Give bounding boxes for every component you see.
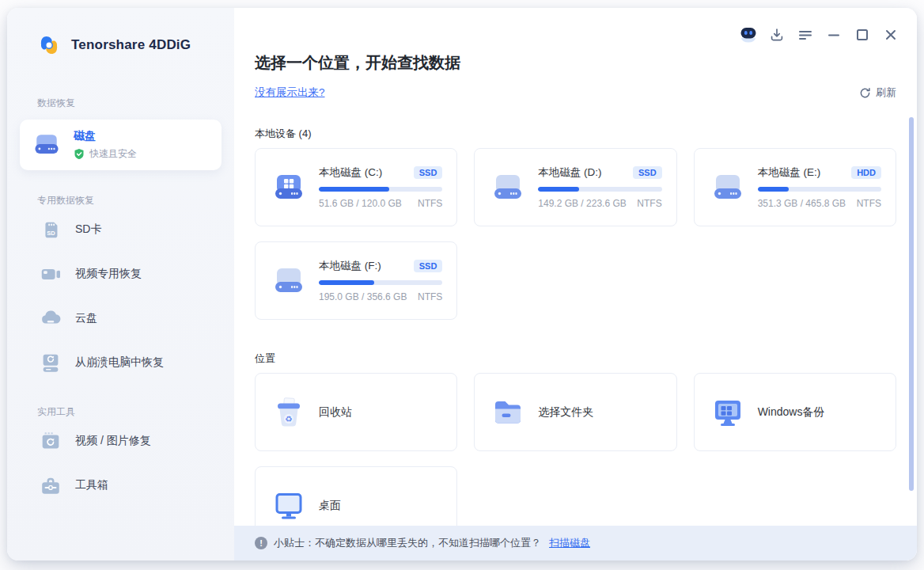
- disk-name: 本地磁盘 (D:): [538, 165, 601, 180]
- video-camera-icon: [39, 262, 62, 286]
- sidebar-item-cloud-drive[interactable]: 云盘: [7, 296, 234, 340]
- hard-drive-icon: [271, 264, 306, 298]
- sidebar-item-toolbox[interactable]: 工具箱: [7, 463, 234, 507]
- sidebar-item-video-recovery[interactable]: 视频专用恢复: [7, 252, 234, 296]
- sidebar-item-label: 视频专用恢复: [75, 267, 142, 281]
- location-label: 回收站: [319, 405, 352, 420]
- sidebar-item-disk[interactable]: 磁盘 快速且安全: [20, 120, 222, 170]
- app-logo-icon: [36, 32, 62, 59]
- disk-filesystem: NTFS: [857, 198, 881, 209]
- disk-filesystem: NTFS: [637, 198, 661, 209]
- app-window: Tenorshare 4DDiG 数据恢复 磁盘: [7, 8, 917, 560]
- sidebar-item-disk-label: 磁盘: [74, 129, 137, 143]
- disk-usage-text: 51.6 GB / 120.0 GB: [319, 198, 402, 209]
- disk-name: 本地磁盘 (E:): [758, 165, 821, 180]
- not-shown-link[interactable]: 没有展示出来?: [255, 86, 325, 100]
- disk-name: 本地磁盘 (C:): [319, 165, 382, 180]
- disk-type-badge: HDD: [851, 166, 881, 179]
- local-devices-label: 本地设备 (4): [255, 127, 896, 141]
- refresh-button[interactable]: 刷新: [859, 86, 896, 100]
- locations-label: 位置: [255, 352, 896, 366]
- location-label: Windows备份: [758, 405, 825, 420]
- sidebar-item-label: 工具箱: [75, 478, 108, 492]
- sidebar-item-label: 云盘: [75, 311, 97, 325]
- desktop-icon: [271, 488, 306, 523]
- page-title: 选择一个位置，开始查找数据: [255, 52, 896, 74]
- folder-icon: [490, 395, 525, 430]
- location-card-windows-backup[interactable]: Windows备份: [694, 373, 896, 451]
- location-label: 选择文件夹: [538, 405, 593, 420]
- disk-name: 本地磁盘 (F:): [319, 259, 381, 273]
- disk-type-badge: SSD: [414, 260, 443, 272]
- disk-filesystem: NTFS: [418, 198, 442, 209]
- hard-drive-icon: [271, 170, 306, 205]
- sidebar-item-disk-sublabel: 快速且安全: [89, 147, 137, 161]
- scrollbar[interactable]: [909, 117, 914, 491]
- recycle-bin-icon: ♻: [271, 395, 306, 430]
- hard-drive-icon: [490, 170, 525, 205]
- sidebar: Tenorshare 4DDiG 数据恢复 磁盘: [7, 8, 234, 560]
- shield-check-icon: [74, 148, 85, 160]
- info-icon: !: [255, 537, 267, 549]
- sidebar-item-video-photo-repair[interactable]: 视频 / 图片修复: [7, 419, 234, 463]
- disk-type-badge: SSD: [633, 166, 662, 179]
- minimize-button[interactable]: [824, 25, 844, 44]
- disk-usage-text: 149.2 GB / 223.6 GB: [538, 198, 626, 209]
- disk-card-c[interactable]: 本地磁盘 (C:) SSD 51.6 GB / 120.0 GB NTFS: [255, 148, 457, 226]
- sidebar-item-label: SD卡: [75, 222, 101, 237]
- sidebar-item-sd-card[interactable]: SD SD卡: [7, 207, 234, 252]
- disk-usage-text: 195.0 GB / 356.6 GB: [319, 291, 407, 302]
- sidebar-item-crashed-pc-recovery[interactable]: 从崩溃电脑中恢复: [7, 340, 234, 385]
- location-card-choose-folder[interactable]: 选择文件夹: [474, 373, 676, 451]
- crashed-computer-icon: [39, 351, 62, 374]
- disk-usage-bar: [758, 187, 881, 192]
- window-controls: [738, 25, 901, 44]
- maximize-button[interactable]: [852, 25, 873, 44]
- sidebar-section-data-recovery: 数据恢复: [7, 97, 234, 110]
- svg-text:♻: ♻: [285, 414, 292, 424]
- refresh-label: 刷新: [876, 86, 896, 100]
- windows-backup-icon: [710, 395, 745, 430]
- media-repair-icon: [39, 429, 62, 453]
- location-label: 桌面: [319, 499, 341, 513]
- sidebar-section-special-recovery: 专用数据恢复: [7, 194, 234, 207]
- assistant-bot-button[interactable]: [738, 25, 759, 44]
- refresh-icon: [859, 87, 871, 99]
- local-devices-grid: 本地磁盘 (C:) SSD 51.6 GB / 120.0 GB NTFS: [255, 148, 896, 320]
- disk-card-e[interactable]: 本地磁盘 (E:) HDD 351.3 GB / 465.8 GB NTFS: [694, 148, 896, 226]
- hard-drive-icon: [710, 170, 745, 205]
- disk-usage-bar: [538, 187, 661, 192]
- locations-grid: ♻ 回收站 选择文件夹: [255, 373, 896, 545]
- main-panel: 选择一个位置，开始查找数据 没有展示出来? 刷新 本地设备 (4): [234, 8, 917, 560]
- menu-icon[interactable]: [795, 25, 816, 44]
- tip-text: 小贴士：不确定数据从哪里丢失的，不知道扫描哪个位置？: [274, 536, 541, 550]
- disk-card-d[interactable]: 本地磁盘 (D:) SSD 149.2 GB / 223.6 GB NTFS: [474, 148, 676, 226]
- close-button[interactable]: [880, 25, 901, 44]
- sd-card-icon: SD: [39, 218, 62, 241]
- sidebar-section-utilities: 实用工具: [7, 405, 234, 419]
- cloud-icon: [39, 306, 62, 330]
- sidebar-item-label: 从崩溃电脑中恢复: [75, 355, 164, 370]
- disk-usage-bar: [319, 187, 442, 192]
- disk-type-badge: SSD: [414, 166, 443, 179]
- disk-card-f[interactable]: 本地磁盘 (F:) SSD 195.0 GB / 356.6 GB NTFS: [255, 241, 457, 320]
- toolbox-icon: [39, 473, 62, 497]
- disk-filesystem: NTFS: [418, 291, 442, 302]
- sidebar-item-label: 视频 / 图片修复: [75, 434, 151, 448]
- disk-usage-bar: [319, 280, 442, 285]
- app-title: Tenorshare 4DDiG: [71, 37, 191, 53]
- app-logo-row: Tenorshare 4DDiG: [7, 8, 234, 59]
- location-card-recycle-bin[interactable]: ♻ 回收站: [255, 373, 457, 451]
- disk-drive-icon: [31, 129, 62, 161]
- svg-text:SD: SD: [47, 230, 55, 237]
- scan-disk-link[interactable]: 扫描磁盘: [549, 536, 590, 550]
- download-icon[interactable]: [767, 25, 787, 44]
- disk-usage-text: 351.3 GB / 465.8 GB: [758, 198, 846, 209]
- tip-bar: ! 小贴士：不确定数据从哪里丢失的，不知道扫描哪个位置？ 扫描磁盘: [234, 526, 917, 560]
